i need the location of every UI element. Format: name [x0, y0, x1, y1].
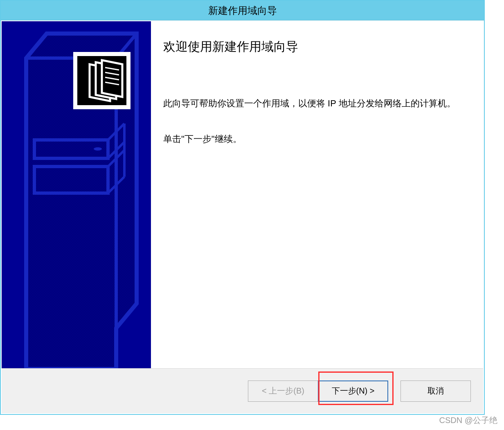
wizard-footer: < 上一步(B) 下一步(N) > 取消	[2, 368, 483, 413]
next-button[interactable]: 下一步(N) >	[318, 380, 388, 402]
wizard-window: 新建作用域向导	[0, 0, 485, 415]
wizard-sidebar-graphic	[2, 21, 151, 368]
svg-point-10	[94, 147, 102, 151]
wizard-body: 欢迎使用新建作用域向导 此向导可帮助你设置一个作用域，以便将 IP 地址分发给网…	[2, 21, 483, 368]
server-graphic-icon	[2, 21, 151, 368]
window-title: 新建作用域向导	[208, 4, 277, 17]
nav-button-group: < 上一步(B) 下一步(N) >	[248, 380, 388, 402]
wizard-content: 欢迎使用新建作用域向导 此向导可帮助你设置一个作用域，以便将 IP 地址分发给网…	[151, 21, 483, 368]
title-bar: 新建作用域向导	[1, 1, 484, 20]
wizard-heading: 欢迎使用新建作用域向导	[163, 38, 468, 55]
back-button[interactable]: < 上一步(B)	[248, 380, 318, 402]
cancel-button[interactable]: 取消	[400, 380, 471, 402]
watermark-text: CSDN @公子绝	[439, 415, 497, 426]
wizard-instruction: 单击"下一步"继续。	[163, 132, 468, 146]
wizard-description: 此向导可帮助你设置一个作用域，以便将 IP 地址分发给网络上的计算机。	[163, 96, 468, 110]
